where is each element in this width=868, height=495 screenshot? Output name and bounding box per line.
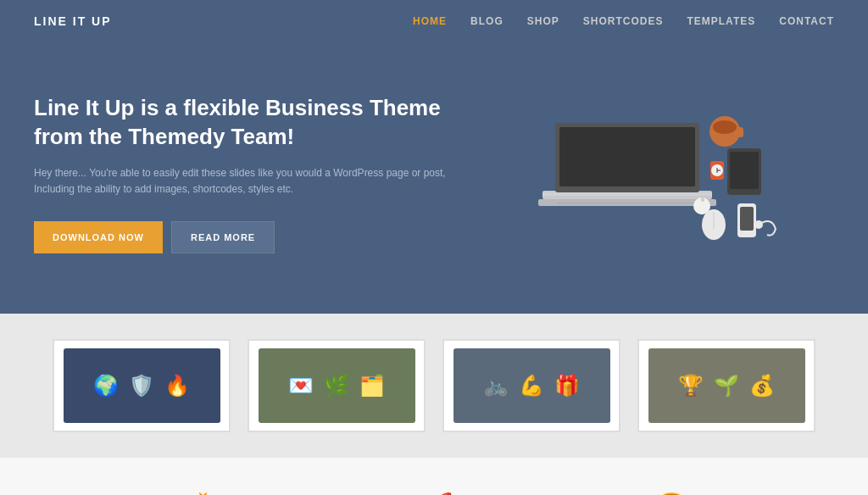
site-header: LINE IT UP HOME BLOG SHOP SHORTCODES TEM… [0,0,868,42]
gallery-inner-4: 🏆 🌱 💰 [648,348,805,423]
gallery-icon-4a: 🏆 [678,374,704,398]
gallery-card-4[interactable]: 🏆 🌱 💰 [637,339,815,432]
bomb-icon: 💣 [103,492,290,495]
nav-item-shop[interactable]: SHOP [527,15,559,27]
feature-item-2: 🚀 BLAZING FAST Vestibulum sed elementum … [315,492,553,495]
site-logo: LINE IT UP [34,14,112,28]
feature-item-1: 💣 EXPLOSIVE FEATURES Vestibulum sed elem… [78,492,315,495]
svg-rect-19 [740,207,754,231]
gallery-icon-2b: 🌿 [324,374,349,398]
gallery-icon-4c: 💰 [749,374,775,398]
hero-buttons: DOWNLOAD NOW READ MORE [34,221,475,253]
svg-rect-15 [730,152,759,189]
gallery-card-3[interactable]: 🚲 💪 🎁 [442,339,620,432]
nav-item-templates[interactable]: TEMPLATES [687,15,755,27]
gallery-inner-3: 🚲 💪 🎁 [453,348,610,423]
gallery-inner-1: 🌍 🛡️ 🔥 [64,348,220,423]
hero-description: Hey there... You're able to easily edit … [34,165,475,197]
main-nav: HOME BLOG SHOP SHORTCODES TEMPLATES CONT… [413,15,834,27]
gallery-icon-3b: 💪 [519,374,544,398]
gallery-icon-4b: 🌱 [714,374,739,398]
gallery-icon-3a: 🚲 [483,374,509,398]
gallery-inner-2: 💌 🌿 🗂️ [259,348,415,423]
gallery-icon-3c: 🎁 [554,374,580,398]
gallery-section: 🌍 🛡️ 🔥 💌 🌿 🗂️ 🚲 💪 🎁 🏆 🌱 💰 [0,314,868,458]
trophy-icon: 🏆 [578,492,765,495]
svg-rect-22 [701,197,704,202]
gallery-icon-1c: 🔥 [164,374,190,398]
feature-item-3: 🏆 AWARD WINNING Vestibulum sed elementum… [553,492,790,495]
read-more-button[interactable]: READ MORE [171,221,275,253]
nav-item-shortcodes[interactable]: SHORTCODES [583,15,664,27]
hero-section: Line It Up is a flexible Business Theme … [0,42,868,314]
svg-rect-5 [558,203,698,203]
svg-point-7 [713,120,737,134]
rocket-icon: 🚀 [341,492,527,495]
gallery-icon-2c: 🗂️ [359,374,385,398]
svg-point-20 [754,220,763,229]
gallery-card-1[interactable]: 🌍 🛡️ 🔥 [53,339,231,432]
svg-rect-3 [559,127,695,186]
nav-item-home[interactable]: HOME [413,15,447,27]
hero-illustration [475,76,797,271]
nav-item-contact[interactable]: CONTACT [779,15,834,27]
gallery-icon-1a: 🌍 [93,374,119,398]
gallery-card-2[interactable]: 💌 🌿 🗂️ [248,339,426,432]
svg-rect-4 [542,192,712,196]
download-now-button[interactable]: DOWNLOAD NOW [34,221,163,253]
svg-rect-8 [737,127,743,137]
hero-content: Line It Up is a flexible Business Theme … [34,94,475,253]
features-section: 💣 EXPLOSIVE FEATURES Vestibulum sed elem… [0,458,868,495]
gallery-icon-2a: 💌 [288,374,314,398]
gallery-icon-1b: 🛡️ [129,374,154,398]
hero-title: Line It Up is a flexible Business Theme … [34,94,475,152]
hero-svg [492,81,780,267]
nav-item-blog[interactable]: BLOG [470,15,504,27]
